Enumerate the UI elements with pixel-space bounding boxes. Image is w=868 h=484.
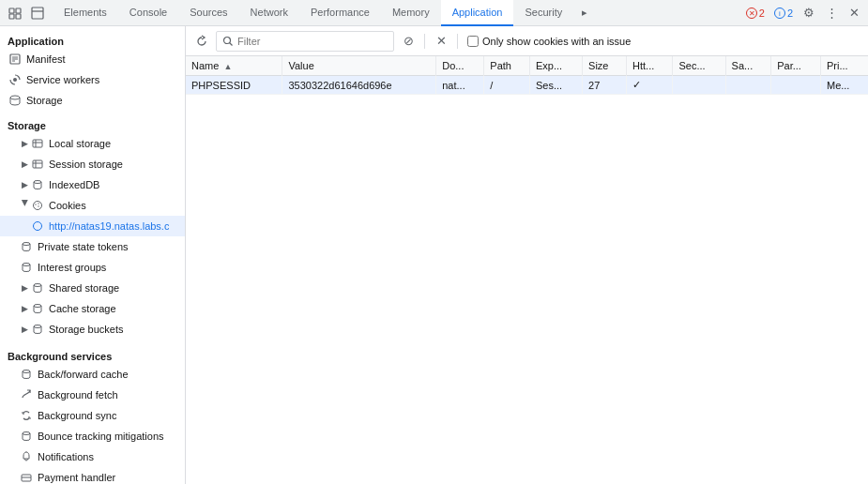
col-size[interactable]: Size: [583, 56, 627, 76]
sidebar-item-shared-storage[interactable]: ▶ Shared storage: [0, 278, 185, 298]
svg-point-33: [23, 371, 30, 373]
close-icon[interactable]: ✕: [844, 3, 864, 23]
sidebar-item-service-workers[interactable]: Service workers: [0, 69, 185, 90]
tab-memory[interactable]: Memory: [381, 0, 441, 26]
svg-point-15: [10, 96, 20, 99]
svg-text:i: i: [779, 9, 781, 18]
svg-rect-3: [16, 14, 21, 19]
devtools-menu-icon[interactable]: [4, 2, 26, 24]
sidebar-item-interest-groups[interactable]: Interest groups: [0, 257, 185, 278]
application-section-label: Application: [0, 30, 185, 49]
col-name[interactable]: Name ▲: [186, 56, 282, 76]
sidebar-item-local-storage[interactable]: ▶ Local storage: [0, 133, 185, 154]
col-domain[interactable]: Do...: [436, 56, 484, 76]
table-row[interactable]: PHPSESSID3530322d61646d696enat.../Ses...…: [186, 76, 868, 95]
sidebar-item-back-forward-cache[interactable]: Back/forward cache: [0, 364, 185, 385]
svg-point-38: [224, 37, 231, 43]
sidebar-item-bounce-tracking[interactable]: Bounce tracking mitigations: [0, 426, 185, 446]
private-state-tokens-label: Private state tokens: [38, 241, 129, 252]
cookie-filter-label[interactable]: Only show cookies with an issue: [467, 36, 631, 47]
more-options-icon[interactable]: ⋮: [821, 3, 842, 23]
sidebar-item-storage-buckets[interactable]: ▶ Storage buckets: [0, 319, 185, 340]
notifications-label: Notifications: [38, 451, 94, 462]
tab-more-icon[interactable]: ▸: [573, 0, 596, 26]
cookie-filter-checkbox[interactable]: [467, 36, 479, 47]
bounce-tracking-label: Bounce tracking mitigations: [38, 431, 164, 442]
indexeddb-toggle[interactable]: ▶: [19, 179, 30, 190]
sidebar-item-session-storage[interactable]: ▶ Session storage: [0, 154, 185, 174]
cookies-label: Cookies: [49, 200, 86, 211]
private-state-tokens-icon: [19, 239, 34, 254]
local-storage-toggle[interactable]: ▶: [19, 138, 30, 149]
col-value[interactable]: Value: [282, 56, 436, 76]
table-cell: /: [484, 76, 530, 95]
col-httponly[interactable]: Htt...: [627, 56, 673, 76]
info-badge: i 2: [770, 8, 797, 19]
tab-security[interactable]: Security: [513, 0, 573, 26]
col-expires[interactable]: Exp...: [529, 56, 582, 76]
tab-performance[interactable]: Performance: [299, 0, 381, 26]
cache-storage-label: Cache storage: [49, 303, 116, 314]
sidebar-item-background-sync[interactable]: Background sync: [0, 405, 185, 426]
sidebar-item-cookie-url[interactable]: http://natas19.natas.labs.c: [0, 216, 185, 236]
tab-network[interactable]: Network: [239, 0, 299, 26]
session-storage-toggle[interactable]: ▶: [19, 159, 30, 170]
svg-rect-1: [16, 8, 21, 13]
sidebar-item-background-fetch[interactable]: Background fetch: [0, 385, 185, 405]
payment-handler-icon: [19, 470, 34, 484]
table-cell: Ses...: [529, 76, 582, 95]
filter-input-wrap: [216, 31, 394, 52]
sidebar-item-payment-handler[interactable]: Payment handler: [0, 467, 185, 484]
col-priority[interactable]: Pri...: [820, 56, 868, 76]
local-storage-label: Local storage: [49, 138, 111, 149]
svg-point-30: [34, 284, 41, 287]
col-samesite[interactable]: Sa...: [725, 56, 771, 76]
background-fetch-label: Background fetch: [38, 389, 118, 401]
tab-application[interactable]: Application: [441, 0, 514, 26]
toolbar-separator-2: [457, 34, 458, 49]
refresh-button[interactable]: [191, 31, 212, 52]
sidebar-item-notifications[interactable]: Notifications: [0, 446, 185, 467]
sidebar-item-private-state-tokens[interactable]: Private state tokens: [0, 236, 185, 257]
storage-buckets-toggle[interactable]: ▶: [19, 324, 30, 335]
content-toolbar: ⊘ ✕ Only show cookies with an issue: [186, 26, 868, 56]
table-wrap: Name ▲ Value Do... Path Exp... Size Htt.…: [186, 56, 868, 484]
settings-icon[interactable]: ⚙: [799, 3, 819, 23]
col-path[interactable]: Path: [484, 56, 530, 76]
table-cell: [673, 76, 725, 95]
cookies-toggle[interactable]: ▶: [19, 200, 30, 211]
sidebar-item-storage[interactable]: Storage: [0, 90, 185, 111]
payment-handler-label: Payment handler: [38, 472, 115, 483]
indexeddb-icon: [30, 177, 45, 192]
delete-button[interactable]: ✕: [431, 31, 451, 52]
interest-groups-icon: [19, 260, 34, 275]
svg-rect-2: [9, 14, 14, 19]
svg-point-26: [38, 203, 38, 204]
svg-point-24: [35, 204, 36, 204]
cookie-url-label: http://natas19.natas.labs.c: [49, 220, 169, 232]
clear-filter-button[interactable]: ⊘: [398, 31, 419, 52]
col-secure[interactable]: Sec...: [673, 56, 725, 76]
cache-storage-toggle[interactable]: ▶: [19, 303, 30, 314]
tab-sources[interactable]: Sources: [178, 0, 238, 26]
storage-icon: [8, 93, 23, 108]
notifications-icon: [19, 449, 34, 464]
tab-console[interactable]: Console: [118, 0, 178, 26]
table-body: PHPSESSID3530322d61646d696enat.../Ses...…: [186, 76, 868, 95]
tab-elements[interactable]: Elements: [53, 0, 118, 26]
svg-rect-4: [32, 8, 43, 19]
table-header-row: Name ▲ Value Do... Path Exp... Size Htt.…: [186, 56, 868, 76]
sidebar-item-manifest[interactable]: Manifest: [0, 49, 185, 69]
svg-point-28: [23, 243, 30, 246]
col-partitioned[interactable]: Par...: [771, 56, 821, 76]
sidebar-item-cache-storage[interactable]: ▶ Cache storage: [0, 298, 185, 319]
sidebar-item-indexeddb[interactable]: ▶ IndexedDB: [0, 174, 185, 195]
svg-rect-19: [33, 160, 42, 168]
session-storage-icon: [30, 157, 45, 172]
filter-input[interactable]: [237, 36, 388, 47]
sidebar-item-cookies[interactable]: ▶ Cookies: [0, 195, 185, 216]
svg-point-25: [38, 205, 38, 206]
dock-icon[interactable]: [26, 2, 49, 24]
shared-storage-toggle[interactable]: ▶: [19, 282, 30, 294]
storage-label: Storage: [26, 95, 63, 106]
